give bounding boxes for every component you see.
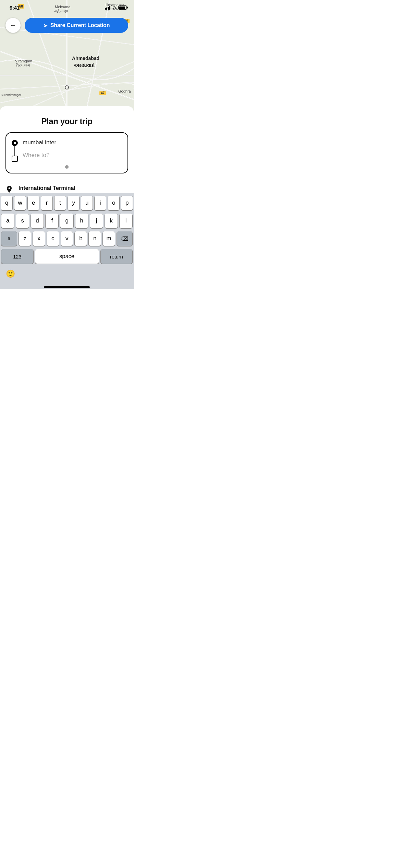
battery-icon	[118, 5, 127, 10]
home-indicator	[44, 286, 90, 288]
search-from-row[interactable]: mumbai inter	[23, 137, 122, 148]
back-arrow-icon: ←	[10, 22, 16, 29]
key-m[interactable]: m	[103, 231, 115, 246]
key-b[interactable]: b	[75, 231, 87, 246]
key-e[interactable]: e	[28, 196, 39, 210]
share-location-button[interactable]: ➤ Share Current Location	[25, 18, 128, 33]
route-icons-col	[12, 137, 18, 163]
key-p[interactable]: p	[121, 196, 133, 210]
navigation-icon: ➤	[43, 22, 48, 29]
pin-icon	[5, 186, 13, 193]
key-d[interactable]: d	[31, 214, 44, 228]
key-h[interactable]: h	[75, 214, 88, 228]
keyboard-bottom-row: 🙂	[0, 265, 134, 284]
keyboard-row-3: ⇧ z x c v b n m ⌫	[1, 231, 132, 246]
surendranagar-label: Surendranagar	[1, 93, 21, 97]
key-v[interactable]: v	[61, 231, 73, 246]
search-divider	[23, 149, 122, 149]
godhra-label: Godhra	[118, 89, 131, 93]
space-key[interactable]: space	[35, 249, 99, 264]
key-w[interactable]: w	[14, 196, 26, 210]
ahmedabad-devanagari: અમદાવાદ	[74, 62, 94, 69]
key-l[interactable]: l	[120, 214, 132, 228]
viramgam-local: વિરમગામ	[16, 63, 30, 68]
plan-trip-title: Plan your trip	[0, 108, 134, 132]
signal-icon	[105, 5, 111, 10]
search-box[interactable]: mumbai inter Where to?	[5, 132, 128, 173]
map-view[interactable]: 68 48 47 Mehsana મહેસાણા Himatnagar હિમત…	[0, 0, 134, 113]
status-time: 9:41	[10, 5, 20, 11]
origin-icon	[12, 140, 18, 146]
keyboard-row-4: 123 space return	[1, 249, 132, 264]
viramgam-label: Viramgam	[15, 59, 32, 63]
autocomplete-dot	[65, 165, 69, 169]
home-indicator-row	[0, 284, 134, 289]
route-badge-47: 47	[99, 91, 106, 95]
key-k[interactable]: k	[105, 214, 118, 228]
delete-key[interactable]: ⌫	[117, 231, 132, 246]
emoji-key[interactable]: 🙂	[3, 266, 18, 281]
key-n[interactable]: n	[89, 231, 101, 246]
shift-key[interactable]: ⇧	[1, 231, 17, 246]
from-input[interactable]: mumbai inter	[23, 139, 56, 146]
key-s[interactable]: s	[16, 214, 29, 228]
destination-icon	[12, 156, 18, 162]
search-to-row[interactable]: Where to?	[23, 150, 122, 161]
key-x[interactable]: x	[33, 231, 45, 246]
status-bar: 9:41 ⊙	[0, 0, 134, 15]
key-y[interactable]: y	[68, 196, 79, 210]
key-a[interactable]: a	[1, 214, 14, 228]
key-t[interactable]: t	[54, 196, 66, 210]
key-q[interactable]: q	[1, 196, 12, 210]
key-u[interactable]: u	[81, 196, 93, 210]
keyboard-row-1: q w e r t y u i o p	[1, 196, 132, 210]
key-i[interactable]: i	[95, 196, 106, 210]
key-j[interactable]: j	[90, 214, 103, 228]
keyboard: q w e r t y u i o p a s d f g h j k l ⇧ …	[0, 193, 134, 289]
back-button[interactable]: ←	[5, 18, 21, 33]
ahmedabad-label: Ahmedabad	[72, 56, 99, 61]
key-f[interactable]: f	[46, 214, 58, 228]
svg-point-18	[9, 188, 10, 189]
connector-line-col	[12, 146, 18, 156]
key-z[interactable]: z	[19, 231, 31, 246]
key-c[interactable]: c	[47, 231, 59, 246]
wifi-icon: ⊙	[112, 5, 116, 10]
result-title: International Terminal	[19, 185, 128, 191]
search-text-col: mumbai inter Where to?	[23, 137, 122, 163]
to-input[interactable]: Where to?	[23, 152, 49, 158]
keyboard-row-2: a s d f g h j k l	[1, 214, 132, 228]
numbers-key[interactable]: 123	[1, 249, 33, 264]
key-r[interactable]: r	[41, 196, 52, 210]
status-icons: ⊙	[105, 5, 127, 10]
key-g[interactable]: g	[60, 214, 73, 228]
share-location-label: Share Current Location	[50, 22, 110, 28]
return-key[interactable]: return	[101, 249, 133, 264]
key-o[interactable]: o	[108, 196, 119, 210]
keyboard-rows: q w e r t y u i o p a s d f g h j k l ⇧ …	[0, 193, 134, 265]
